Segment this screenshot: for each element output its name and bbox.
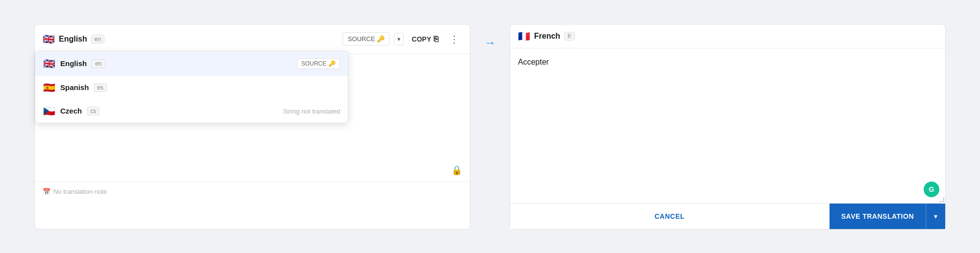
dropdown-czech-status-area: String not translated bbox=[283, 107, 340, 115]
left-lang-code: en bbox=[91, 35, 104, 44]
save-label: SAVE TRANSLATION bbox=[841, 212, 914, 220]
note-icon: 📅 bbox=[43, 188, 50, 195]
dropdown-english-badge-area: SOURCE 🔑 bbox=[297, 58, 340, 69]
left-panel: 🇬🇧 English en SOURCE 🔑 ▾ COPY ⎘ ⋮ 🇬🇧 bbox=[34, 24, 470, 230]
dropdown-item-spanish[interactable]: 🇪🇸 Spanish es bbox=[35, 76, 348, 99]
dropdown-source-label: SOURCE bbox=[301, 60, 326, 67]
copy-button[interactable]: COPY ⎘ bbox=[408, 32, 442, 46]
translation-text: Accepter bbox=[518, 58, 549, 66]
cancel-button[interactable]: CANCEL bbox=[510, 204, 830, 229]
dropdown-czech-flag: 🇨🇿 bbox=[43, 106, 55, 116]
dropdown-english-flag: 🇬🇧 bbox=[43, 59, 55, 69]
dropdown-czech-code: cs bbox=[87, 107, 99, 115]
dropdown-czech-name: Czech bbox=[60, 107, 82, 115]
arrow-icon: → bbox=[484, 36, 496, 49]
dropdown-spanish-name: Spanish bbox=[60, 83, 89, 92]
copy-label: COPY bbox=[412, 35, 431, 43]
right-panel-header: 🇫🇷 French fr bbox=[510, 24, 945, 48]
more-options-button[interactable]: ⋮ bbox=[446, 31, 462, 47]
left-lang-name: English bbox=[59, 35, 87, 44]
note-text: No translation note bbox=[53, 188, 107, 195]
dropdown-source-badge: SOURCE 🔑 bbox=[297, 58, 340, 69]
source-chevron-button[interactable]: ▾ bbox=[394, 33, 404, 46]
right-panel-footer: CANCEL SAVE TRANSLATION ▾ bbox=[510, 203, 945, 229]
copy-icon: ⎘ bbox=[434, 35, 439, 44]
left-header-actions: SOURCE 🔑 ▾ COPY ⎘ ⋮ bbox=[343, 31, 462, 47]
dropdown-spanish-code: es bbox=[94, 83, 107, 92]
dropdown-key-icon: 🔑 bbox=[328, 60, 336, 67]
save-area: SAVE TRANSLATION ▾ bbox=[830, 204, 945, 229]
arrow-container: → bbox=[478, 24, 502, 49]
language-dropdown: 🇬🇧 English en SOURCE 🔑 🇪🇸 Spanish es 🇨🇿 bbox=[35, 51, 348, 123]
english-flag: 🇬🇧 bbox=[43, 34, 55, 44]
dropdown-spanish-flag: 🇪🇸 bbox=[43, 83, 55, 92]
save-translation-button[interactable]: SAVE TRANSLATION bbox=[830, 204, 926, 229]
resize-handle[interactable] bbox=[937, 195, 944, 202]
dropdown-item-czech[interactable]: 🇨🇿 Czech cs String not translated bbox=[35, 99, 348, 123]
dropdown-english-code: en bbox=[92, 59, 105, 68]
save-dropdown-button[interactable]: ▾ bbox=[926, 204, 945, 229]
translation-note: 📅 No translation note bbox=[35, 182, 470, 201]
dropdown-english-name: English bbox=[60, 59, 87, 68]
dropdown-item-english[interactable]: 🇬🇧 English en SOURCE 🔑 bbox=[35, 51, 348, 76]
lock-icon: 🔒 bbox=[451, 165, 462, 176]
right-lang-name: French bbox=[534, 32, 560, 41]
right-panel: 🇫🇷 French fr Accepter G CANCEL SAVE TRAN… bbox=[510, 24, 946, 230]
right-lang-code: fr bbox=[564, 32, 574, 41]
left-panel-header: 🇬🇧 English en SOURCE 🔑 ▾ COPY ⎘ ⋮ bbox=[35, 24, 470, 54]
source-label: SOURCE bbox=[348, 35, 375, 43]
french-flag: 🇫🇷 bbox=[518, 31, 530, 41]
not-translated-label: String not translated bbox=[283, 108, 340, 115]
grammarly-label: G bbox=[929, 185, 934, 193]
cancel-label: CANCEL bbox=[655, 212, 685, 220]
right-panel-body[interactable]: Accepter G bbox=[510, 48, 945, 203]
source-key-icon: 🔑 bbox=[377, 35, 385, 43]
source-button[interactable]: SOURCE 🔑 bbox=[343, 32, 391, 46]
save-chevron-icon: ▾ bbox=[934, 212, 937, 220]
main-container: 🇬🇧 English en SOURCE 🔑 ▾ COPY ⎘ ⋮ 🇬🇧 bbox=[24, 14, 956, 239]
